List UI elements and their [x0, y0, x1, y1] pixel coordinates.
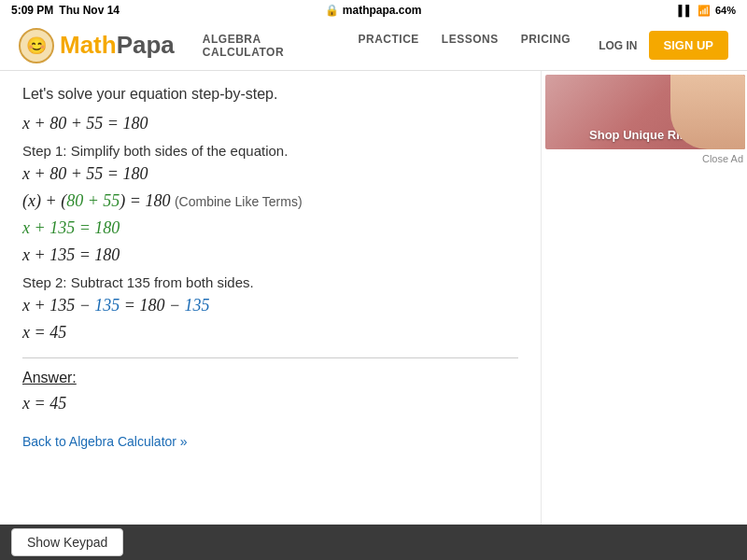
nav-lessons[interactable]: LESSONS	[442, 33, 499, 59]
date: Thu Nov 14	[59, 4, 120, 17]
combine-terms-label: (Combine Like Terms)	[175, 194, 303, 209]
nav-links: ALGEBRA CALCULATOR PRACTICE LESSONS PRIC…	[203, 33, 571, 59]
nav-algebra-calculator[interactable]: ALGEBRA CALCULATOR	[203, 33, 336, 59]
logo[interactable]: 😊 MathPapa	[19, 28, 175, 63]
signal-icon: ▌▌	[678, 5, 693, 16]
eq-step1-a: x + 80 + 55 = 180	[22, 164, 518, 184]
back-link[interactable]: Back to Algebra Calculator »	[22, 434, 188, 449]
step2-label: Step 2: Subtract 135 from both sides.	[22, 274, 518, 290]
nav-pricing[interactable]: PRICING	[521, 33, 571, 59]
eq-step1-d: x + 135 = 180	[22, 245, 518, 265]
bottom-bar: Show Keypad	[0, 525, 747, 560]
nav-actions: LOG IN SIGN UP	[599, 31, 728, 60]
wifi-icon: 📶	[698, 5, 711, 17]
status-left: 5:09 PM Thu Nov 14	[11, 4, 120, 17]
ad-image-decoration	[670, 75, 745, 149]
eq-step2-a: x + 135 − 135 = 180 − 135	[22, 296, 518, 315]
battery: 64%	[715, 5, 736, 16]
close-ad-button[interactable]: Close Ad	[545, 153, 743, 164]
content-area: Let's solve your equation step-by-step. …	[0, 71, 542, 525]
equation-initial: x + 80 + 55 = 180	[22, 114, 518, 133]
url: mathpapa.com	[343, 4, 422, 17]
answer-equation: x = 45	[22, 394, 518, 413]
login-button[interactable]: LOG IN	[599, 39, 637, 52]
logo-text: MathPapa	[60, 31, 175, 60]
signup-button[interactable]: SIGN UP	[649, 31, 728, 60]
main-layout: Let's solve your equation step-by-step. …	[0, 71, 747, 525]
navbar: 😊 MathPapa ALGEBRA CALCULATOR PRACTICE L…	[0, 21, 747, 71]
answer-label: Answer:	[22, 370, 518, 386]
time: 5:09 PM	[11, 4, 53, 17]
lock-icon: 🔒	[325, 4, 339, 17]
show-keypad-button[interactable]: Show Keypad	[11, 528, 123, 556]
eq-step2-b: x = 45	[22, 323, 518, 343]
divider	[22, 357, 518, 358]
nav-practice[interactable]: PRACTICE	[358, 33, 418, 59]
url-bar: 🔒 mathpapa.com	[325, 4, 421, 17]
ad-banner[interactable]: Shop Unique Rings	[545, 75, 745, 149]
status-bar: 5:09 PM Thu Nov 14 🔒 mathpapa.com ▌▌ 📶 6…	[0, 0, 747, 21]
eq-step1-c: x + 135 = 180	[22, 218, 518, 238]
status-right: ▌▌ 📶 64%	[678, 5, 736, 17]
sidebar: Shop Unique Rings Close Ad	[542, 71, 747, 525]
logo-icon: 😊	[19, 28, 54, 63]
eq-step1-combine: (x) + (80 + 55) = 180 (Combine Like Term…	[22, 191, 518, 211]
step1-label: Step 1: Simplify both sides of the equat…	[22, 143, 518, 159]
intro-text: Let's solve your equation step-by-step.	[22, 86, 518, 103]
